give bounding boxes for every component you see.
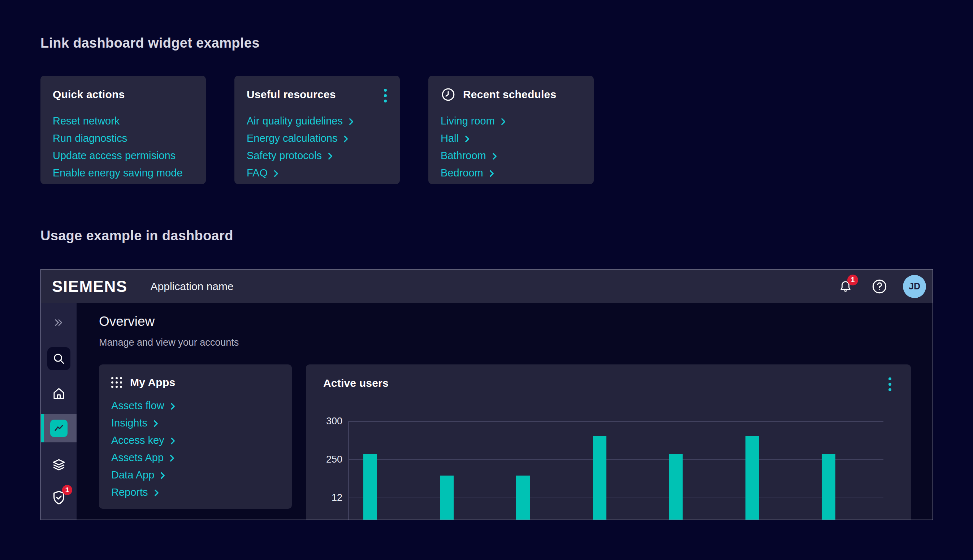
link-update-access-permisions[interactable]: Update access permisions: [53, 150, 194, 161]
link-safety-protocols[interactable]: Safety protocols: [247, 150, 388, 161]
chevron-right-icon: [465, 135, 470, 143]
section-title-widgets: Link dashboard widget examples: [40, 35, 260, 51]
widget-useful-resources: Useful resources Air quality guidelinesE…: [234, 76, 400, 184]
bar-7: [822, 454, 835, 520]
link-label: Bathroom: [441, 150, 486, 162]
page-title: Overview: [99, 314, 155, 329]
card-title: Recent schedules: [463, 88, 556, 101]
my-apps-widget: My Apps Assets flowInsightsAccess keyAss…: [99, 365, 292, 509]
line-chart-icon: [50, 420, 67, 437]
y-tick-label: 250: [311, 454, 343, 465]
y-axis-line: [348, 421, 349, 520]
sidebar-layers-button[interactable]: [51, 458, 67, 473]
link-label: Assets flow: [111, 400, 164, 412]
link-hall[interactable]: Hall: [441, 133, 582, 143]
chevron-right-icon: [154, 488, 159, 497]
bar-chart: 30025012: [348, 421, 883, 520]
link-label: Living room: [441, 115, 495, 127]
bar-5: [669, 454, 683, 520]
content-area: Overview Manage and view your accounts M…: [77, 303, 933, 520]
link-access-key[interactable]: Access key: [111, 435, 279, 446]
sidebar-home-button[interactable]: [51, 386, 67, 401]
link-label: Air quality guidelines: [247, 115, 343, 127]
bar-4: [593, 436, 607, 520]
section-title-usage: Usage example in dashboard: [40, 228, 233, 243]
chevron-right-icon: [492, 152, 497, 160]
link-faq[interactable]: FAQ: [247, 167, 388, 178]
question-circle-icon: [871, 278, 888, 295]
sidebar-security-button[interactable]: 1: [50, 489, 67, 506]
link-label: FAQ: [247, 167, 267, 179]
widget-quick-actions: Quick actions Reset networkRun diagnosti…: [40, 76, 206, 184]
chevron-right-icon: [343, 135, 349, 143]
active-accent-bar: [41, 414, 44, 442]
sidebar-analytics-button-active[interactable]: [41, 414, 77, 442]
card-title: Useful resources: [247, 88, 336, 101]
link-energy-calculations[interactable]: Energy calculations: [247, 133, 388, 143]
link-label: Safety protocols: [247, 150, 322, 162]
kebab-menu-icon[interactable]: [887, 376, 893, 393]
layers-icon: [51, 458, 67, 473]
help-button[interactable]: [871, 278, 888, 295]
widget-recent-schedules: Recent schedules Living roomHallBathroom…: [428, 76, 594, 184]
page-subtitle: Manage and view your accounts: [99, 337, 239, 348]
chevron-right-icon: [489, 169, 495, 178]
link-label: Reset network: [53, 115, 120, 127]
y-tick-label: 12: [311, 492, 343, 503]
quick-actions-links: Reset networkRun diagnosticsUpdate acces…: [53, 115, 194, 178]
chevron-right-icon: [169, 454, 175, 463]
useful-resources-links: Air quality guidelinesEnergy calculation…: [247, 115, 388, 178]
active-users-widget: Active users 30025012: [306, 365, 911, 520]
chevron-right-icon: [328, 152, 333, 160]
security-badge: 1: [62, 485, 72, 495]
link-enable-energy-saving-mode[interactable]: Enable energy saving mode: [53, 167, 194, 178]
page: Link dashboard widget examples Quick act…: [0, 0, 973, 560]
apps-grid-icon: [111, 377, 122, 388]
chevron-right-icon: [349, 117, 354, 126]
header-actions: 1 JD: [839, 275, 926, 298]
search-icon: [52, 352, 66, 365]
dashboard-example: SIEMENS Application name 1: [40, 269, 933, 520]
link-bathroom[interactable]: Bathroom: [441, 150, 582, 161]
link-label: Assets App: [111, 452, 164, 464]
sidebar: 1: [41, 303, 77, 520]
y-tick-label: 300: [311, 416, 343, 427]
link-label: Bedroom: [441, 167, 483, 179]
home-icon: [51, 386, 67, 401]
link-data-app[interactable]: Data App: [111, 470, 279, 480]
chevron-right-icon: [170, 437, 176, 445]
link-air-quality-guidelines[interactable]: Air quality guidelines: [247, 115, 388, 126]
chevron-right-icon: [160, 471, 166, 480]
double-chevron-right-icon: [52, 316, 65, 329]
link-label: Update access permisions: [53, 150, 176, 162]
kebab-menu-icon[interactable]: [383, 87, 388, 104]
notifications-button[interactable]: 1: [839, 280, 853, 293]
link-reports[interactable]: Reports: [111, 487, 279, 498]
card-title: Quick actions: [53, 88, 125, 101]
link-living-room[interactable]: Living room: [441, 115, 582, 126]
link-assets-flow[interactable]: Assets flow: [111, 400, 279, 411]
sidebar-expand-button[interactable]: [52, 316, 65, 329]
gridline: [348, 498, 883, 498]
bar-3: [516, 475, 530, 520]
app-header: SIEMENS Application name 1: [41, 270, 933, 303]
chart-title: Active users: [323, 377, 389, 389]
bar-6: [746, 436, 759, 520]
card-title: My Apps: [130, 376, 175, 388]
link-label: Enable energy saving mode: [53, 167, 183, 179]
chevron-right-icon: [501, 117, 506, 126]
avatar[interactable]: JD: [903, 275, 926, 298]
link-run-diagnostics[interactable]: Run diagnostics: [53, 133, 194, 143]
my-apps-links: Assets flowInsightsAccess keyAssets AppD…: [111, 400, 279, 498]
gridline: [348, 421, 883, 422]
bar-1: [363, 454, 377, 520]
link-reset-network[interactable]: Reset network: [53, 115, 194, 126]
siemens-logo: SIEMENS: [52, 277, 127, 295]
gridline: [348, 459, 883, 460]
link-insights[interactable]: Insights: [111, 418, 279, 428]
link-assets-app[interactable]: Assets App: [111, 452, 279, 463]
bar-2: [440, 475, 454, 520]
link-label: Hall: [441, 132, 459, 144]
link-bedroom[interactable]: Bedroom: [441, 167, 582, 178]
sidebar-search-button[interactable]: [47, 347, 70, 370]
